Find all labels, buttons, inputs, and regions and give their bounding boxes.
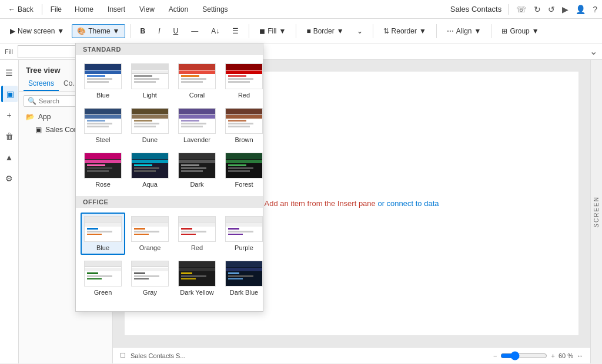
fill-button[interactable]: ◼ Fill ▼ (254, 24, 291, 38)
align-text-button[interactable]: ☰ (227, 24, 244, 38)
undo-icon[interactable]: ↻ (534, 5, 541, 14)
screen-name-label: Sales Contacts S... (131, 352, 186, 359)
theme-label: Theme (88, 27, 110, 35)
office-theme-name-green: Green (94, 289, 112, 296)
user-icon[interactable]: 👤 (576, 5, 586, 14)
ribbon-sep2 (249, 24, 249, 38)
phone-icon[interactable]: ☏ (516, 5, 527, 14)
theme-button[interactable]: 🎨 Theme ▼ (72, 24, 125, 38)
help-icon[interactable]: ? (593, 5, 597, 14)
redo-icon[interactable]: ↺ (548, 5, 555, 14)
reorder-chevron: ▼ (419, 27, 426, 35)
office-theme-item-green[interactable]: Green (81, 257, 125, 299)
back-button[interactable]: ← Back (5, 4, 37, 15)
office-theme-item-gray[interactable]: Gray (128, 257, 172, 299)
italic-button[interactable]: I (153, 24, 165, 38)
group-chevron: ▼ (532, 27, 539, 35)
top-bar-right: Sales Contacts ☏ ↻ ↺ ▶ 👤 ? (450, 4, 597, 15)
screen-label: SCREEN (593, 196, 600, 228)
play-icon[interactable]: ▶ (562, 5, 568, 14)
italic-label: I (158, 27, 160, 35)
office-theme-name-dark-blue: Dark Blue (230, 289, 258, 296)
theme-name-light: Light (143, 92, 157, 99)
tab-view[interactable]: View (132, 4, 162, 15)
group-icon: ⊞ (501, 27, 507, 35)
office-theme-item-orange[interactable]: Orange (128, 213, 172, 255)
file-menu[interactable]: File (47, 4, 65, 15)
theme-item-dune[interactable]: Dune (128, 105, 172, 147)
office-theme-item-dark-blue[interactable]: Dark Blue (222, 257, 266, 299)
tab-home[interactable]: Home (68, 4, 101, 15)
theme-item-dark[interactable]: Dark (175, 149, 219, 191)
expand-button[interactable]: ⌄ (352, 24, 368, 38)
border-chevron: ▼ (337, 27, 344, 35)
left-sidebar: ☰ ▣ + 🗑 ▲ ⚙ (0, 60, 19, 363)
office-theme-item-red[interactable]: Red (175, 213, 219, 255)
hamburger-icon-btn[interactable]: ☰ (1, 65, 18, 81)
office-theme-name-orange: Orange (139, 244, 161, 251)
align-icon: ⋯ (447, 27, 454, 35)
theme-item-brown[interactable]: Brown (222, 105, 266, 147)
tab-insert[interactable]: Insert (101, 4, 132, 15)
fullscreen-icon[interactable]: ↔ (577, 352, 583, 359)
back-label: Back (18, 5, 34, 14)
theme-name-steel: Steel (95, 136, 110, 143)
zoom-slider[interactable] (500, 351, 547, 360)
theme-item-lavender[interactable]: Lavender (175, 105, 219, 147)
theme-name-dark: Dark (190, 181, 203, 188)
strikethrough-button[interactable]: — (186, 24, 203, 38)
theme-name-forest: Forest (235, 181, 253, 188)
group-label: Group (510, 27, 529, 35)
theme-item-rose[interactable]: Rose (81, 149, 125, 191)
font-size-button[interactable]: A↓ (206, 24, 225, 38)
fill-chevron: ▼ (279, 27, 286, 35)
tab-settings[interactable]: Settings (195, 4, 235, 15)
group-button[interactable]: ⊞ Group ▼ (496, 24, 544, 38)
align-button[interactable]: ⋯ Align ▼ (442, 24, 487, 38)
border-button[interactable]: ■ Border ▼ (301, 24, 349, 38)
theme-item-forest[interactable]: Forest (222, 149, 266, 191)
underline-label: U (173, 27, 179, 35)
screens-icon-btn[interactable]: ▣ (1, 86, 18, 102)
bold-button[interactable]: B (135, 24, 151, 38)
new-screen-button[interactable]: ▶ New screen ▼ (5, 24, 69, 38)
ribbon-sep6 (491, 24, 491, 38)
strikethrough-icon: — (191, 27, 198, 35)
office-theme-name-blue: Blue (96, 244, 109, 251)
theme-item-steel[interactable]: Steel (81, 105, 125, 147)
theme-item-light[interactable]: Light (128, 60, 172, 102)
canvas-hint: Add an item from the Insert pane or conn… (264, 199, 439, 208)
theme-name-dune: Dune (142, 136, 158, 143)
variables-icon-btn[interactable]: ▲ (1, 149, 18, 166)
ribbon-sep3 (296, 24, 296, 38)
new-screen-icon: ▶ (10, 27, 15, 35)
separator (42, 4, 42, 15)
align-chevron: ▼ (474, 27, 481, 35)
theme-item-blue[interactable]: Blue (81, 60, 125, 102)
settings-icon-btn[interactable]: ⚙ (1, 170, 18, 187)
theme-item-red[interactable]: Red (222, 60, 266, 102)
canvas-hint-link[interactable]: or connect to data (377, 199, 439, 208)
zoom-minus-button[interactable]: − (493, 352, 497, 359)
office-theme-item-blue[interactable]: Blue (81, 213, 125, 255)
fill-bar-chevron[interactable]: ⌄ (590, 46, 597, 57)
reorder-button[interactable]: ⇅ Reorder ▼ (378, 24, 432, 38)
add-icon-btn[interactable]: + (1, 107, 18, 123)
underline-button[interactable]: U (168, 24, 184, 38)
menu-tabs: Home Insert View Action Settings (68, 4, 235, 15)
bottom-bar: ☐ Sales Contacts S... − + 60 % ↔ (113, 347, 590, 363)
theme-icon: 🎨 (77, 27, 86, 35)
theme-item-coral[interactable]: Coral (175, 60, 219, 102)
fill-label: Fill (267, 27, 276, 35)
office-theme-item-purple[interactable]: Purple (222, 213, 266, 255)
tab-action[interactable]: Action (162, 4, 195, 15)
office-theme-item-dark-yellow[interactable]: Dark Yellow (175, 257, 219, 299)
ribbon-sep5 (436, 24, 437, 38)
checkbox-icon: ☐ (120, 352, 126, 359)
data-icon-btn[interactable]: 🗑 (1, 128, 18, 144)
bold-label: B (141, 27, 146, 35)
theme-item-aqua[interactable]: Aqua (128, 149, 172, 191)
tree-tab-screens[interactable]: Screens (24, 77, 59, 91)
office-theme-name-gray: Gray (143, 289, 157, 296)
zoom-plus-button[interactable]: + (551, 352, 554, 359)
